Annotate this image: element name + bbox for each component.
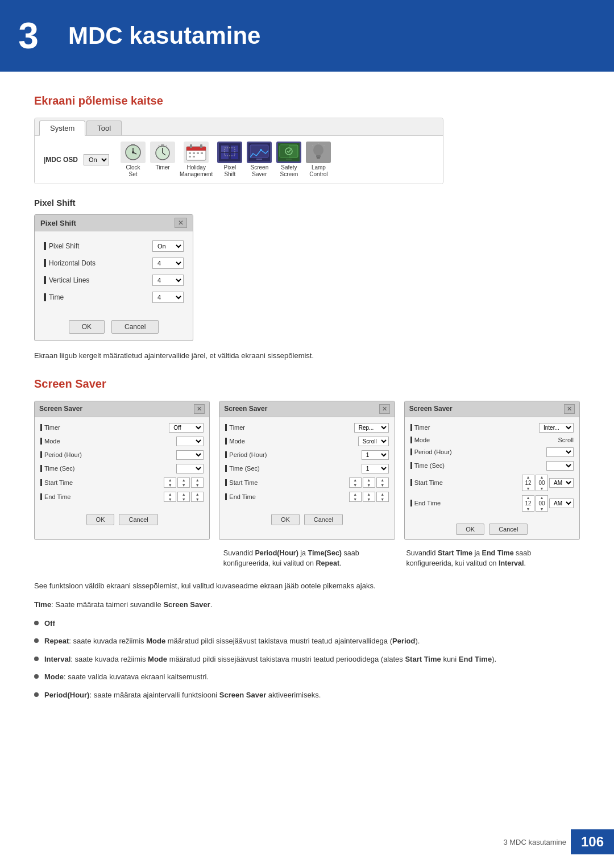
horizontal-dots-select[interactable]: 4123	[152, 258, 184, 269]
ss-d2-mode-select[interactable]: Scroll	[358, 437, 389, 446]
svg-rect-14	[200, 144, 202, 148]
ss-d3-cancel[interactable]: Cancel	[489, 524, 528, 535]
ss-d1-start-ap[interactable]: ▲▼	[191, 477, 204, 488]
mdc-osd-select[interactable]: On Off	[84, 154, 109, 165]
ss-d2-end-m[interactable]: ▲▼	[363, 492, 375, 502]
ss-d2-end-h[interactable]: ▲▼	[349, 492, 362, 502]
ss-d3-start-h[interactable]: ▲12▼	[522, 475, 534, 491]
indicator	[40, 438, 42, 445]
ss-d1-timer-select[interactable]: OffRepeatInterval	[169, 423, 204, 433]
mdc-osd-label: |MDC OSD	[44, 156, 78, 164]
ss-caption-interval: Suvandid Start Time ja End Time saab kon…	[406, 548, 580, 570]
ss-d3-timer-row: Timer Inter...OffRepeat	[410, 423, 574, 433]
ss-d3-start-m[interactable]: ▲00▼	[536, 475, 548, 491]
ss-d2-cancel[interactable]: Cancel	[304, 514, 343, 525]
indicator	[40, 493, 42, 500]
svg-rect-20	[193, 156, 195, 157]
toolbar-icon-safety-screen[interactable]: SafetyScreen	[276, 142, 301, 178]
ss-d1-start-h[interactable]: ▲▼	[164, 477, 176, 488]
tab-tool[interactable]: Tool	[86, 121, 122, 135]
ss-dialog-2-close[interactable]: ✕	[379, 404, 390, 414]
pixel-shift-titlebar: Pixel Shift ✕	[35, 215, 193, 231]
bullet-dot	[34, 638, 39, 643]
ss-d1-end-m[interactable]: ▲▼	[177, 492, 190, 502]
toolbar-icon-timer[interactable]: Timer	[150, 142, 175, 178]
toolbar-icon-lamp-control[interactable]: LampControl	[306, 142, 331, 178]
lamp-control-label: LampControl	[309, 164, 327, 178]
ss-d2-period-select[interactable]: 1	[362, 450, 389, 460]
pixel-shift-row-1-label: Pixel Shift	[44, 242, 79, 250]
ss-d2-start-ap[interactable]: ▲▼	[376, 477, 389, 488]
time-select[interactable]: 4123	[152, 292, 184, 303]
ss-d1-timer-label: Timer	[40, 424, 60, 431]
chapter-number: 3	[18, 18, 39, 54]
ss-d1-end-row: End Time ▲▼ ▲▼ ▲▼	[40, 492, 204, 502]
pixel-shift-row-4: Time 4123	[44, 292, 184, 303]
ss-d2-end-ap[interactable]: ▲▼	[376, 492, 389, 502]
ss-dialog-3-close[interactable]: ✕	[564, 404, 575, 414]
ss-d1-mode-select[interactable]	[176, 437, 204, 446]
row-indicator	[44, 293, 46, 301]
svg-rect-19	[189, 156, 191, 157]
pixel-shift-close-button[interactable]: ✕	[175, 218, 187, 228]
svg-rect-37	[316, 155, 321, 157]
ss-d1-mode-row: Mode	[40, 437, 204, 446]
ss-dialog-1-close[interactable]: ✕	[194, 404, 205, 414]
ss-d1-cancel[interactable]: Cancel	[119, 514, 157, 525]
toolbar-icon-screen-saver[interactable]: ScreenSaver	[247, 142, 272, 178]
ss-d1-mode-label: Mode	[40, 438, 60, 445]
ss-d2-time-select[interactable]: 1	[362, 464, 389, 474]
row-indicator	[44, 259, 46, 267]
ss-d2-ok[interactable]: OK	[271, 514, 300, 525]
indicator	[410, 462, 412, 469]
timer-icon	[150, 142, 175, 163]
ss-d2-time-label: Time (Sec)	[225, 465, 259, 472]
ss-d3-ok[interactable]: OK	[456, 524, 484, 535]
pixel-shift-body: Pixel Shift OnOff Horizontal Dots 4123	[35, 231, 193, 315]
pixel-shift-ok-button[interactable]: OK	[69, 320, 105, 334]
timer-label: Timer	[155, 164, 169, 171]
ss-d3-end-h[interactable]: ▲12▼	[522, 495, 534, 512]
toolbar-icon-holiday[interactable]: HolidayManagement	[180, 142, 213, 178]
ss-dialog-3-body: Timer Inter...OffRepeat Mode Scroll	[405, 417, 579, 520]
ss-d3-period-label: Period (Hour)	[410, 448, 452, 455]
clock-set-label: ClockSet	[126, 164, 140, 178]
ss-d1-start-m[interactable]: ▲▼	[177, 477, 190, 488]
ss-d1-time-select[interactable]	[176, 464, 204, 474]
vertical-lines-label: Vertical Lines	[49, 276, 89, 284]
ss-d3-end-ampm[interactable]: AMPM	[549, 499, 574, 508]
ss-d2-timer-label: Timer	[225, 424, 245, 431]
header: 3 MDC kasutamine	[0, 0, 614, 72]
tab-system[interactable]: System	[39, 121, 85, 136]
bullet-period-text: Period(Hour): saate määrata ajaintervall…	[44, 690, 321, 701]
bullet-dot	[34, 621, 39, 625]
ss-d1-ok[interactable]: OK	[86, 514, 115, 525]
ss-d1-end-ap[interactable]: ▲▼	[191, 492, 204, 502]
ss-d1-period-select[interactable]	[176, 450, 204, 460]
page-title: MDC kasutamine	[68, 22, 260, 49]
ss-d2-timer-select[interactable]: Rep...OffInterval	[354, 423, 389, 433]
ss-dialog-3-title: Screen Saver	[409, 405, 453, 413]
ss-d3-start-ampm[interactable]: AMPM	[549, 478, 574, 488]
pixel-shift-cancel-button[interactable]: Cancel	[111, 320, 159, 334]
ss-d1-end-h[interactable]: ▲▼	[164, 492, 176, 502]
ss-d2-start-label: Start Time	[225, 479, 258, 486]
ss-d2-start-h[interactable]: ▲▼	[349, 477, 362, 488]
chapter-box: 3	[0, 10, 57, 61]
vertical-lines-select[interactable]: 4123	[152, 275, 184, 286]
toolbar-icon-pixel-shift[interactable]: PixelShift	[217, 142, 242, 178]
ss-d3-mode-value: Scroll	[558, 437, 574, 443]
row-indicator	[44, 276, 46, 284]
ss-d2-end-label: End Time	[225, 493, 255, 500]
ss-d2-start-m[interactable]: ▲▼	[363, 477, 375, 488]
toolbar-icon-clock-set[interactable]: ClockSet	[121, 142, 146, 178]
ss-d3-timer-select[interactable]: Inter...OffRepeat	[539, 423, 574, 433]
pixel-shift-select[interactable]: OnOff	[152, 240, 184, 252]
ss-d3-end-m[interactable]: ▲00▼	[536, 495, 548, 512]
svg-line-40	[312, 145, 313, 146]
ss-d1-timer-row: Timer OffRepeatInterval	[40, 423, 204, 433]
ss-d3-period-select[interactable]	[546, 447, 574, 457]
ss-d2-period-row: Period (Hour) 1	[225, 450, 388, 460]
ss-d3-time-select[interactable]	[546, 461, 574, 471]
ss-d2-timer-row: Timer Rep...OffInterval	[225, 423, 388, 433]
